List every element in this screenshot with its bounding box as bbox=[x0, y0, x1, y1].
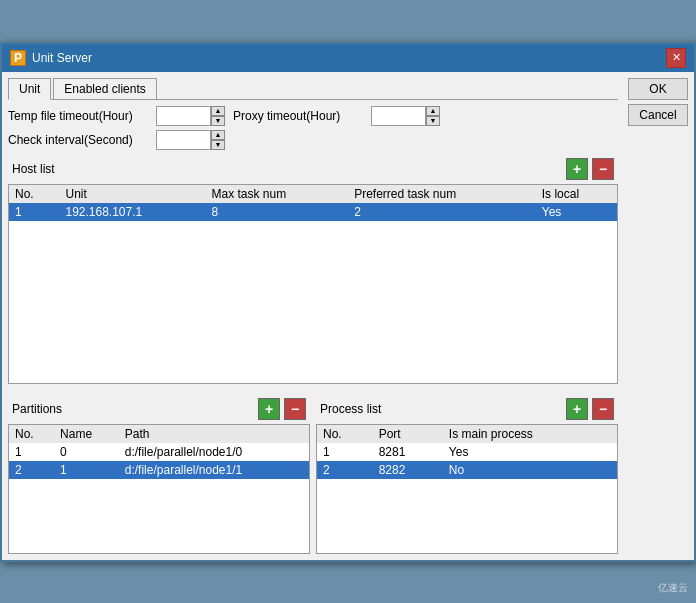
process-list-table: No. Port Is main process 18281Yes28282No bbox=[317, 425, 617, 479]
table-row[interactable]: 18281Yes bbox=[317, 443, 617, 461]
remove-host-button[interactable]: − bbox=[592, 158, 614, 180]
proc-col-port: Port bbox=[373, 425, 443, 443]
check-interval-label: Check interval(Second) bbox=[8, 133, 148, 147]
table-row[interactable]: 21d:/file/parallel/node1/1 bbox=[9, 461, 309, 479]
process-list-body: 18281Yes28282No bbox=[317, 443, 617, 479]
process-list-header: Process list + − bbox=[320, 398, 614, 420]
cancel-button[interactable]: Cancel bbox=[628, 104, 688, 126]
partitions-table-area: No. Name Path 10d:/file/parallel/node1/0… bbox=[8, 424, 310, 554]
partitions-buttons: + − bbox=[258, 398, 306, 420]
host-col-no: No. bbox=[9, 185, 59, 203]
proxy-timeout-spinbox: 12 ▲ ▼ bbox=[371, 106, 440, 126]
tab-unit[interactable]: Unit bbox=[8, 78, 51, 100]
process-list-title: Process list bbox=[320, 402, 381, 416]
tab-bar: Unit Enabled clients bbox=[8, 78, 618, 100]
proxy-timeout-up[interactable]: ▲ bbox=[426, 106, 440, 116]
host-list-buttons: + − bbox=[566, 158, 614, 180]
process-list-section: Process list + − No. Port bbox=[316, 390, 618, 554]
partitions-header-row: No. Name Path bbox=[9, 425, 309, 443]
add-host-button[interactable]: + bbox=[566, 158, 588, 180]
bottom-panels: Partitions + − No. Name P bbox=[8, 390, 618, 554]
temp-timeout-row: Temp file timeout(Hour) 12 ▲ ▼ Proxy tim… bbox=[8, 106, 618, 126]
host-col-local: Is local bbox=[536, 185, 617, 203]
host-col-unit: Unit bbox=[59, 185, 205, 203]
temp-timeout-up[interactable]: ▲ bbox=[211, 106, 225, 116]
main-window: P Unit Server ✕ Unit Enabled clients Tem… bbox=[0, 42, 696, 562]
partitions-section: Partitions + − No. Name P bbox=[8, 390, 310, 554]
check-interval-spinbox: 6 ▲ ▼ bbox=[156, 130, 225, 150]
check-interval-spinners: ▲ ▼ bbox=[211, 130, 225, 150]
check-interval-input[interactable]: 6 bbox=[156, 130, 211, 150]
check-interval-row: Check interval(Second) 6 ▲ ▼ bbox=[8, 130, 618, 150]
table-row[interactable]: 28282No bbox=[317, 461, 617, 479]
proxy-timeout-label: Proxy timeout(Hour) bbox=[233, 109, 363, 123]
part-col-path: Path bbox=[119, 425, 309, 443]
proxy-timeout-spinners: ▲ ▼ bbox=[426, 106, 440, 126]
window-title: Unit Server bbox=[32, 51, 92, 65]
title-bar: P Unit Server ✕ bbox=[2, 44, 694, 72]
part-col-no: No. bbox=[9, 425, 54, 443]
temp-timeout-down[interactable]: ▼ bbox=[211, 116, 225, 126]
host-list-title: Host list bbox=[12, 162, 55, 176]
proxy-timeout-down[interactable]: ▼ bbox=[426, 116, 440, 126]
check-interval-down[interactable]: ▼ bbox=[211, 140, 225, 150]
partitions-title: Partitions bbox=[12, 402, 62, 416]
proc-col-main: Is main process bbox=[443, 425, 617, 443]
table-row[interactable]: 1192.168.107.182Yes bbox=[9, 203, 617, 221]
add-partition-button[interactable]: + bbox=[258, 398, 280, 420]
ok-button[interactable]: OK bbox=[628, 78, 688, 100]
dialog-buttons: OK Cancel bbox=[628, 78, 688, 554]
close-button[interactable]: ✕ bbox=[666, 48, 686, 68]
watermark: 亿速云 bbox=[658, 581, 688, 595]
remove-process-button[interactable]: − bbox=[592, 398, 614, 420]
partitions-header: Partitions + − bbox=[12, 398, 306, 420]
temp-timeout-label: Temp file timeout(Hour) bbox=[8, 109, 148, 123]
temp-timeout-spinbox: 12 ▲ ▼ bbox=[156, 106, 225, 126]
proxy-timeout-input[interactable]: 12 bbox=[371, 106, 426, 126]
title-bar-left: P Unit Server bbox=[10, 50, 92, 66]
part-col-name: Name bbox=[54, 425, 119, 443]
app-icon: P bbox=[10, 50, 26, 66]
table-row[interactable]: 10d:/file/parallel/node1/0 bbox=[9, 443, 309, 461]
process-list-header-row: No. Port Is main process bbox=[317, 425, 617, 443]
check-interval-up[interactable]: ▲ bbox=[211, 130, 225, 140]
process-table-area: No. Port Is main process 18281Yes28282No bbox=[316, 424, 618, 554]
add-process-button[interactable]: + bbox=[566, 398, 588, 420]
remove-partition-button[interactable]: − bbox=[284, 398, 306, 420]
host-list-header: Host list + − bbox=[12, 158, 614, 180]
temp-timeout-spinners: ▲ ▼ bbox=[211, 106, 225, 126]
temp-timeout-input[interactable]: 12 bbox=[156, 106, 211, 126]
tab-enabled-clients[interactable]: Enabled clients bbox=[53, 78, 156, 99]
main-area: Unit Enabled clients Temp file timeout(H… bbox=[8, 78, 618, 554]
process-list-buttons: + − bbox=[566, 398, 614, 420]
host-list-header-row: No. Unit Max task num Preferred task num… bbox=[9, 185, 617, 203]
host-col-preferred: Preferred task num bbox=[348, 185, 536, 203]
partitions-table: No. Name Path 10d:/file/parallel/node1/0… bbox=[9, 425, 309, 479]
proc-col-no: No. bbox=[317, 425, 373, 443]
partitions-body: 10d:/file/parallel/node1/021d:/file/para… bbox=[9, 443, 309, 479]
host-list-body: 1192.168.107.182Yes bbox=[9, 203, 617, 221]
host-list-table: No. Unit Max task num Preferred task num… bbox=[9, 185, 617, 221]
host-list-area: No. Unit Max task num Preferred task num… bbox=[8, 184, 618, 384]
host-col-max-task: Max task num bbox=[206, 185, 349, 203]
